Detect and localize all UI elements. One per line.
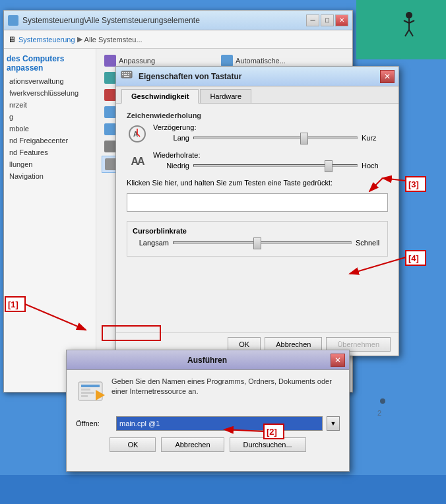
main-window-title: Systemsteuerung\Alle Systemsteuerungsele… [22, 16, 306, 25]
wiederholrate-left-label: Niedrig [153, 162, 189, 170]
cursorblinkrate-slider-row: Langsam Schnell [133, 239, 382, 247]
tab-hardware[interactable]: Hardware [200, 89, 251, 103]
sidebar-item-features[interactable]: nd Features [7, 146, 93, 158]
tab-geschwindigkeit[interactable]: Geschwindigkeit [121, 89, 199, 104]
test-input[interactable] [127, 193, 388, 212]
svg-rect-2 [124, 72, 125, 73]
svg-rect-22 [406, 177, 426, 191]
tastatur-tab-bar: Geschwindigkeit Hardware [116, 86, 398, 104]
run-description: Geben Sie den Namen eines Programms, Ord… [112, 377, 340, 406]
cursorblinkrate-track [173, 241, 352, 244]
item-icon [104, 106, 116, 118]
run-icon-area [76, 377, 105, 406]
sidebar-item-label: fwerkverschlüsselung [9, 89, 79, 97]
close-button[interactable]: ✕ [335, 15, 348, 26]
sidebar-item-uhrzeit[interactable]: nrzeit [7, 99, 93, 111]
verzoegerung-left-label: Lang [153, 134, 189, 142]
svg-rect-5 [130, 72, 131, 73]
verzoegerung-slider[interactable] [300, 133, 308, 144]
test-instruction: Klicken Sie hier, und halten Sie zum Tes… [127, 179, 388, 187]
window-icon [8, 15, 18, 26]
item-label: Anpassung [119, 57, 155, 65]
sidebar-item-navigation[interactable]: Navigation [7, 170, 93, 182]
run-input-row: Öffnen: ▼ [67, 412, 349, 435]
window-controls: ─ □ ✕ [306, 15, 348, 26]
svg-point-37 [380, 398, 385, 404]
item-icon [104, 72, 116, 84]
svg-line-35 [409, 30, 413, 36]
wiederholrate-track [193, 164, 358, 167]
sidebar-item-mbole[interactable]: mbole [7, 123, 93, 135]
verzoegerung-right-label: Kurz [362, 134, 388, 142]
sidebar-item-label: llungen [9, 160, 32, 168]
item-icon [104, 141, 116, 152]
cursorblinkrate-left-label: Langsam [133, 239, 169, 247]
run-dropdown[interactable]: ▼ [327, 416, 340, 431]
tastatur-dialog-content: Zeichenwiederholung A Verzögerung: Lang … [116, 104, 398, 265]
svg-rect-8 [128, 74, 129, 75]
sidebar-item-llungen[interactable]: llungen [7, 158, 93, 170]
maximize-button[interactable]: □ [321, 15, 334, 26]
sidebar-item-g[interactable]: g [7, 111, 93, 123]
tastatur-dialog: Eigenschaften von Tastatur ✕ Geschwindig… [115, 66, 399, 356]
svg-rect-14 [81, 389, 90, 391]
minimize-button[interactable]: ─ [306, 15, 319, 26]
sidebar-title: des Computers anpassen [7, 54, 93, 73]
run-titlebar: Ausführen ✕ [67, 350, 349, 370]
breadcrumb: Systemsteuerung ▶ Alle Systemsteu... [18, 35, 143, 44]
run-dialog-content: Geben Sie den Namen eines Programms, Ord… [67, 370, 349, 412]
run-abbrechen-button[interactable]: Abbrechen [161, 437, 224, 452]
run-dialog: Ausführen ✕ Geben Sie den Namen eines Pr… [66, 350, 350, 472]
svg-line-34 [405, 30, 409, 36]
sidebar-item-label: Navigation [9, 172, 44, 180]
cursorblinkrate-slider[interactable] [253, 237, 261, 249]
sidebar-item-label: mbole [9, 125, 29, 133]
svg-rect-13 [81, 385, 100, 387]
wiederholrate-label: Wiederholrate: [153, 151, 388, 159]
cursorblinkrate-right-label: Schnell [356, 239, 382, 247]
wiederholrate-icon: AA [127, 151, 148, 172]
svg-rect-1 [122, 72, 123, 73]
svg-text:[4]: [4] [408, 253, 419, 263]
svg-text:2: 2 [377, 409, 381, 417]
tastatur-dialog-title: Eigenschaften von Tastatur [139, 72, 380, 81]
cursorblinkrate-section: Cursorblinkrate Langsam Schnell [127, 221, 388, 257]
breadcrumb-systemsteuerung[interactable]: Systemsteuerung [18, 36, 75, 44]
svg-text:[3]: [3] [408, 179, 419, 189]
sidebar: des Computers anpassen ationsverwaltung … [4, 49, 96, 392]
run-ok-button[interactable]: OK [110, 437, 156, 452]
run-input[interactable] [116, 416, 323, 431]
tastatur-close-button[interactable]: ✕ [380, 70, 395, 83]
breadcrumb-separator: ▶ [77, 35, 82, 44]
svg-rect-9 [124, 76, 129, 77]
svg-line-32 [404, 20, 409, 23]
sidebar-item-netzwerk[interactable]: fwerkverschlüsselung [7, 87, 93, 99]
run-durchsuchen-button[interactable]: Durchsuchen... [230, 437, 306, 452]
item-icon [221, 55, 233, 67]
sidebar-item-freigabecenter[interactable]: nd Freigabecenter [7, 135, 93, 146]
item-icon [104, 55, 116, 67]
svg-rect-4 [128, 72, 129, 73]
address-bar: 🖥 Systemsteuerung ▶ Alle Systemsteu... [4, 30, 352, 49]
wiederholrate-slider-row: Niedrig Hoch [153, 162, 388, 170]
svg-rect-7 [124, 74, 127, 75]
verzoegerung-slider-row: Lang Kurz [153, 134, 388, 142]
svg-rect-24 [406, 251, 426, 265]
run-icon [76, 377, 105, 406]
run-dialog-title: Ausführen [84, 356, 331, 365]
wiederholrate-slider[interactable] [325, 160, 333, 172]
tastatur-dialog-icon [120, 67, 139, 86]
run-buttons: OK Abbrechen Durchsuchen... [67, 435, 349, 455]
main-titlebar: Systemsteuerung\Alle Systemsteuerungsele… [4, 11, 352, 30]
sidebar-item-ationsverwaltung[interactable]: ationsverwaltung [7, 75, 93, 87]
wiederholrate-right-label: Hoch [362, 162, 388, 170]
verzoegerung-icon: A [127, 123, 148, 144]
svg-rect-6 [122, 74, 123, 75]
sidebar-item-label: nrzeit [9, 101, 27, 109]
tastatur-dialog-titlebar: Eigenschaften von Tastatur ✕ [116, 67, 398, 86]
verzoegerung-track [193, 137, 358, 139]
breadcrumb-alle: Alle Systemsteu... [84, 36, 143, 44]
run-close-button[interactable]: ✕ [331, 354, 345, 367]
sidebar-item-label: ationsverwaltung [9, 77, 64, 85]
item-label: Automatische... [236, 57, 286, 65]
